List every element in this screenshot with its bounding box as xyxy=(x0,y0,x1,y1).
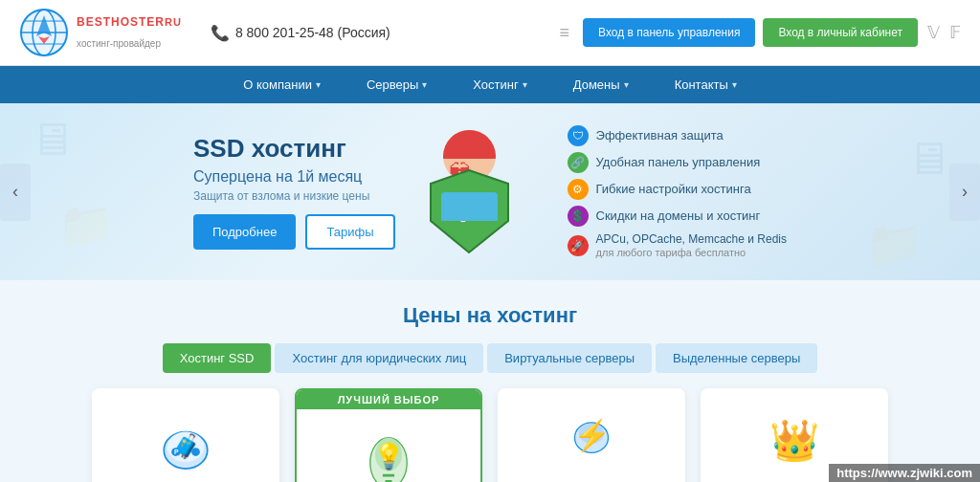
feature-text: Гибкие настройки хостинга xyxy=(596,182,751,196)
force-icon-area: ⚡ xyxy=(553,404,630,480)
nav-item-contacts[interactable]: Контакты ▾ xyxy=(652,66,760,103)
cabinet-login-button[interactable]: Вход в личный кабинет xyxy=(763,18,918,47)
chevron-down-icon: ▾ xyxy=(422,79,427,90)
force-icon: ⚡ xyxy=(558,408,625,475)
logo-area: BESTHOSTERRU хостинг-провайдер xyxy=(19,8,182,57)
nav-item-servers[interactable]: Серверы ▾ xyxy=(344,66,450,103)
facebook-icon[interactable]: 𝔽 xyxy=(949,22,961,43)
hero-content: SSD хостинг Суперцена на 1й месяц Защита… xyxy=(31,125,949,259)
chevron-down-icon: ▾ xyxy=(732,79,737,90)
chevron-down-icon: ▾ xyxy=(523,79,527,90)
nav-item-hosting[interactable]: Хостинг ▾ xyxy=(450,66,549,103)
gear-icon: ⚙ xyxy=(568,179,589,200)
hero-section: 🖥 📁 🖥 📁 ‹ SSD хостинг Суперцена на 1й ме… xyxy=(0,103,980,280)
navigation: О компании ▾ Серверы ▾ Хостинг ▾ Домены … xyxy=(0,66,980,103)
logo-name-text: BESTHOSTER xyxy=(77,15,165,29)
feature-protection: 🛡 Эффективная защита xyxy=(568,125,787,146)
feature-cache: 🚀 APCu, OPCache, Memcache и Redisдля люб… xyxy=(568,232,787,259)
prime-icon: 👑 xyxy=(761,408,828,475)
menu-icon: ≡ xyxy=(560,23,570,43)
svg-text:💡: 💡 xyxy=(373,441,405,471)
nav-label-servers: Серверы xyxy=(367,77,418,92)
hero-subtitle: Суперцена на 1й месяц xyxy=(193,168,395,186)
nav-item-company[interactable]: О компании ▾ xyxy=(220,66,344,103)
hero-inner: ‹ SSD хостинг Суперцена на 1й месяц Защи… xyxy=(0,125,980,259)
chevron-down-icon: ▾ xyxy=(316,79,321,90)
hero-features: 🛡 Эффективная защита 🔗 Удобная панель уп… xyxy=(548,125,787,259)
nav-label-company: О компании xyxy=(243,77,312,92)
pricing-title: Цены на хостинг xyxy=(38,303,942,328)
learn-more-button[interactable]: Подробнее xyxy=(193,214,296,250)
char-body xyxy=(441,192,498,221)
feature-text: Удобная панель управления xyxy=(596,155,761,169)
panel-login-button[interactable]: Вход в панель управления xyxy=(583,18,755,47)
header: BESTHOSTERRU хостинг-провайдер 📞 8 800 2… xyxy=(0,0,980,66)
feature-text: Скидки на домены и хостинг xyxy=(596,208,761,223)
best-choice-badge: ЛУЧШИЙ ВЫБОР xyxy=(297,390,480,409)
smart-icon-area: 💡 xyxy=(350,425,427,482)
hero-text: SSD хостинг Суперцена на 1й месяц Защита… xyxy=(193,134,395,249)
tab-vps[interactable]: Виртуальные серверы xyxy=(487,343,652,373)
svg-text:🧳: 🧳 xyxy=(171,432,201,461)
eco-icon-area: 🧳 P xyxy=(147,404,224,480)
nav-item-domains[interactable]: Домены ▾ xyxy=(550,66,652,103)
logo-name: BESTHOSTERRU xyxy=(77,16,182,37)
feature-text: APCu, OPCache, Memcache и Redisдля любог… xyxy=(596,232,787,259)
nav-label-hosting: Хостинг xyxy=(473,77,518,92)
chevron-down-icon: ▾ xyxy=(624,79,629,90)
social-icons: 𝕍 𝔽 xyxy=(927,22,961,43)
hero-image: 🕶 ✓ xyxy=(414,130,529,254)
hero-next-button[interactable]: › xyxy=(949,164,980,221)
character-illustration: 🕶 ✓ xyxy=(414,130,529,254)
pricing-section: Цены на хостинг Хостинг SSD Хостинг для … xyxy=(0,280,980,482)
plan-eco: 🧳 P Eco Место на диске 1 Гб SSD xyxy=(92,388,279,482)
logo-ru: RU xyxy=(165,16,182,28)
feature-panel: 🔗 Удобная панель управления xyxy=(568,152,787,173)
hero-title: SSD хостинг xyxy=(193,134,395,164)
feature-settings: ⚙ Гибкие настройки хостинга xyxy=(568,179,787,200)
svg-text:⚡: ⚡ xyxy=(573,417,612,453)
tab-hosting-ssd[interactable]: Хостинг SSD xyxy=(163,343,272,373)
hero-description: Защита от взлома и низкие цены xyxy=(193,189,395,203)
shield-icon: 🛡 xyxy=(568,125,589,146)
header-buttons: ≡ Вход в панель управления Вход в личный… xyxy=(560,18,918,47)
svg-text:P: P xyxy=(174,449,179,455)
logo-sub: хостинг-провайдер xyxy=(77,38,182,49)
prime-icon-area: 👑 xyxy=(756,404,833,480)
logo-text-area: BESTHOSTERRU хостинг-провайдер xyxy=(77,16,182,48)
svg-text:👑: 👑 xyxy=(769,417,820,465)
plan-force: ⚡ Force Место на диске 12 Гб SSD xyxy=(498,388,685,482)
plan-smart: ЛУЧШИЙ ВЫБОР 💡 Smart Место на диске 5 Гб… xyxy=(295,388,482,482)
phone-area: 📞 8 800 201-25-48 (Россия) xyxy=(211,24,560,42)
phone-number: 8 800 201-25-48 (Россия) xyxy=(235,25,390,40)
tab-hosting-legal[interactable]: Хостинг для юридических лиц xyxy=(275,343,483,373)
pricing-tabs: Хостинг SSD Хостинг для юридических лиц … xyxy=(38,343,942,373)
feature-text: Эффективная защита xyxy=(596,128,724,142)
eco-icon: 🧳 P xyxy=(152,408,219,475)
smart-icon: 💡 xyxy=(355,429,422,482)
rocket-icon: 🚀 xyxy=(568,235,589,256)
nav-label-contacts: Контакты xyxy=(675,77,728,92)
hero-buttons: Подробнее Тарифы xyxy=(193,214,395,250)
svg-point-13 xyxy=(191,448,200,456)
watermark: https://www.zjwiki.com xyxy=(829,464,980,482)
char-hair xyxy=(443,130,496,159)
nav-label-domains: Домены xyxy=(573,77,620,92)
logo-icon xyxy=(19,8,69,57)
hero-prev-button[interactable]: ‹ xyxy=(0,164,31,221)
discount-icon: 💲 xyxy=(568,206,589,227)
vk-icon[interactable]: 𝕍 xyxy=(927,22,940,43)
feature-discounts: 💲 Скидки на домены и хостинг xyxy=(568,206,787,227)
plans-row: 🧳 P Eco Место на диске 1 Гб SSD ЛУЧШИЙ В… xyxy=(38,388,942,482)
link-icon: 🔗 xyxy=(568,152,589,173)
tab-dedicated[interactable]: Выделенные серверы xyxy=(656,343,817,373)
phone-icon: 📞 xyxy=(211,24,230,42)
tariffs-button[interactable]: Тарифы xyxy=(305,214,394,250)
